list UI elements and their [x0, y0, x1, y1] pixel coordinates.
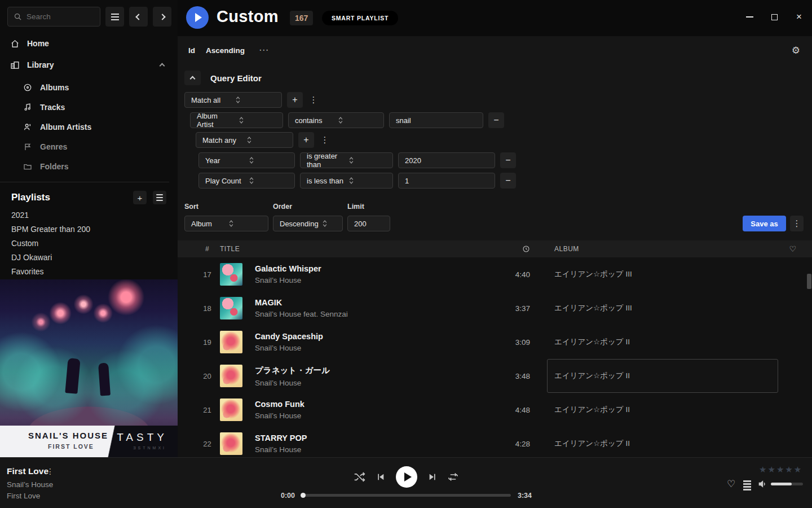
sidebar-item-album-artists[interactable]: Album Artists — [0, 119, 178, 135]
seek-bar[interactable] — [301, 494, 511, 497]
match-select[interactable]: Match all — [184, 92, 282, 108]
collapse-query-editor-button[interactable] — [184, 71, 201, 85]
forward-button[interactable] — [153, 7, 171, 27]
speaker-icon[interactable] — [758, 480, 767, 488]
table-row[interactable]: 22 STARRY POPSnail’s House 4:28 エイリアン☆ポッ… — [178, 427, 812, 457]
rule-operator-select[interactable]: is less than — [300, 173, 393, 189]
sort-direction-button[interactable]: Ascending — [206, 46, 245, 55]
limit-field[interactable] — [354, 220, 383, 228]
favorite-column-header[interactable]: ♡ — [778, 244, 807, 253]
rule-field-select[interactable]: Album Artist — [190, 112, 283, 128]
rule-operator-select[interactable]: contains — [288, 112, 384, 128]
play-button[interactable] — [396, 466, 417, 488]
back-button[interactable] — [129, 7, 148, 27]
remove-rule-button[interactable]: − — [500, 152, 516, 168]
star-icon[interactable]: ★ — [759, 465, 766, 475]
volume-slider[interactable] — [771, 483, 803, 485]
now-playing-menu-icon[interactable]: ⋮ — [46, 467, 54, 476]
sidebar-item-folders[interactable]: Folders — [0, 158, 178, 175]
table-row[interactable]: 21 Cosmo FunkSnail’s House 4:48 エイリアン☆ポッ… — [178, 393, 812, 427]
add-rule-button[interactable]: + — [287, 92, 303, 108]
chevron-up-icon[interactable] — [160, 63, 165, 69]
repeat-icon — [448, 472, 458, 482]
focused-album-cell[interactable]: エイリアン☆ポップ II — [547, 359, 778, 393]
table-row[interactable]: 18 MAGIKSnail’s House feat. Sennzai 3:37… — [178, 291, 812, 325]
now-playing-album[interactable]: First Love — [7, 492, 40, 500]
seek-handle[interactable] — [301, 493, 306, 498]
album-cover-thumb — [220, 365, 242, 387]
heart-icon: ♡ — [727, 479, 735, 489]
remove-rule-button[interactable]: − — [500, 173, 516, 189]
queue-icon — [743, 480, 751, 491]
rule-value-input[interactable] — [398, 173, 495, 189]
playlist-item[interactable]: BPM Greater than 200 — [0, 222, 178, 236]
star-icon[interactable]: ★ — [794, 465, 801, 475]
track-album: エイリアン☆ポップ III — [554, 303, 632, 313]
gear-icon[interactable]: ⚙ — [792, 45, 800, 56]
scrollbar[interactable] — [807, 274, 811, 289]
limit-input[interactable] — [347, 216, 390, 231]
more-options-icon[interactable]: ⋯ — [259, 47, 268, 53]
title-column-header[interactable]: TITLE — [220, 245, 476, 253]
table-row[interactable]: 20 プラネット・ガールSnail’s House 3:48 エイリアン☆ポップ… — [178, 359, 812, 393]
rule-operator-select[interactable]: is greater than — [300, 152, 393, 168]
playlist-item[interactable]: DJ Okawari — [0, 250, 178, 264]
add-playlist-button[interactable]: + — [133, 191, 147, 204]
rule-value-field[interactable] — [405, 156, 488, 165]
star-icon[interactable]: ★ — [767, 465, 775, 475]
playlist-item[interactable]: Custom — [0, 236, 178, 250]
rule-field-select[interactable]: Play Count — [198, 173, 295, 189]
rule-value-input[interactable] — [389, 112, 483, 128]
genres-icon — [23, 142, 32, 151]
chevron-left-icon — [135, 14, 142, 20]
maximize-button[interactable] — [769, 12, 779, 22]
menu-button[interactable] — [105, 7, 124, 27]
save-as-button[interactable]: Save as — [743, 216, 786, 231]
sort-field-button[interactable]: Id — [188, 46, 195, 55]
match-select[interactable]: Match any — [196, 132, 293, 148]
remove-rule-button[interactable]: − — [488, 112, 504, 128]
favorite-button[interactable]: ♡ — [727, 478, 735, 490]
table-row[interactable]: 19 Candy SpaceshipSnail’s House 3:09 エイリ… — [178, 325, 812, 359]
sidebar-item-tracks[interactable]: Tracks — [0, 99, 178, 116]
sidebar-item-home[interactable]: Home — [0, 35, 178, 52]
search-field[interactable] — [27, 12, 89, 21]
save-options-icon[interactable]: ⋮ — [790, 216, 804, 231]
rule-value-field[interactable] — [396, 116, 476, 125]
sidebar-item-albums[interactable]: Albums — [0, 79, 178, 96]
clock-icon — [522, 245, 530, 253]
rule-group-menu-icon[interactable]: ⋮ — [319, 132, 330, 148]
minimize-button[interactable] — [744, 12, 754, 22]
sidebar-item-library[interactable]: Library — [0, 56, 178, 73]
next-button[interactable] — [428, 472, 437, 481]
now-playing-artist[interactable]: Snail’s House — [7, 480, 53, 489]
playlist-options-button[interactable] — [153, 191, 166, 204]
rule-group-menu-icon[interactable]: ⋮ — [308, 92, 319, 108]
star-icon[interactable]: ★ — [785, 465, 792, 475]
track-title: Galactic Whisper — [255, 264, 476, 273]
track-artist: Snail’s House feat. Sennzai — [255, 310, 476, 318]
search-input[interactable] — [7, 7, 100, 27]
rule-value-field[interactable] — [405, 177, 488, 185]
repeat-button[interactable] — [448, 472, 458, 482]
order-select[interactable]: Descending — [273, 216, 343, 231]
play-playlist-button[interactable] — [186, 6, 209, 29]
close-button[interactable]: × — [794, 12, 804, 22]
queue-button[interactable] — [743, 480, 751, 492]
sort-label: Sort — [184, 203, 198, 211]
rule-field-select[interactable]: Year — [198, 152, 295, 168]
sidebar-item-genres[interactable]: Genres — [0, 138, 178, 155]
duration-column-header[interactable] — [476, 245, 530, 253]
sort-select[interactable]: Album — [184, 216, 268, 231]
shuffle-button[interactable] — [354, 472, 365, 482]
playlist-item[interactable]: Favorites — [0, 264, 178, 278]
table-row[interactable]: 17 Galactic WhisperSnail’s House 4:40 エイ… — [178, 257, 812, 291]
previous-button[interactable] — [376, 472, 385, 481]
playlist-item[interactable]: 2021 — [0, 208, 178, 222]
track-artist: Snail’s House — [255, 276, 476, 284]
star-icon[interactable]: ★ — [776, 465, 784, 475]
add-rule-button[interactable]: + — [298, 132, 314, 148]
index-column-header[interactable]: # — [195, 245, 220, 253]
rule-value-input[interactable] — [398, 152, 495, 168]
album-column-header[interactable]: ALBUM — [530, 245, 778, 253]
